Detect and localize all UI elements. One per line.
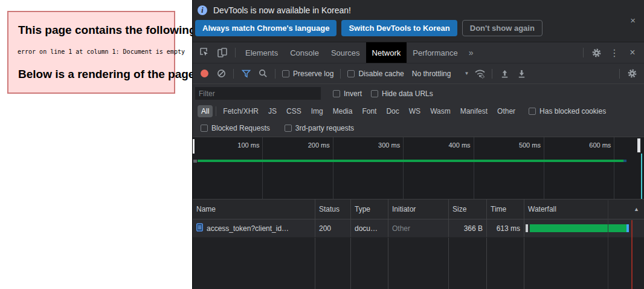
waterfall-download-bar <box>530 224 626 232</box>
tab-sources[interactable]: Sources <box>325 42 366 63</box>
checkbox-icon <box>347 70 355 77</box>
info-icon: i <box>198 5 207 15</box>
device-toolbar-icon[interactable] <box>216 47 228 59</box>
blocked-filters-row: Blocked Requests 3rd-party requests <box>193 120 644 137</box>
column-header-waterfall[interactable]: Waterfall <box>524 200 644 219</box>
overview-start-mark <box>193 160 197 163</box>
match-language-button[interactable]: Always match Chrome's language <box>195 20 336 36</box>
chip-js[interactable]: JS <box>265 105 280 117</box>
filter-input[interactable] <box>195 87 321 100</box>
throttling-select[interactable]: No throttling ▼ <box>412 70 469 78</box>
tick-label: 400 ms <box>404 137 474 199</box>
column-header-type[interactable]: Type <box>351 200 388 219</box>
error-subheading: Below is a rendering of the page up to t… <box>18 68 174 81</box>
chip-all[interactable]: All <box>198 105 213 117</box>
chip-img[interactable]: Img <box>308 105 327 117</box>
column-header-status[interactable]: Status <box>315 200 351 219</box>
divider <box>216 106 216 116</box>
document-icon <box>196 223 203 233</box>
settings-gear-icon[interactable] <box>590 47 602 59</box>
divider <box>492 69 492 79</box>
overview-right-handle[interactable] <box>637 138 640 152</box>
request-name-cell[interactable]: access_token?client_id… <box>193 219 315 237</box>
tick-label: 500 ms <box>474 137 544 199</box>
overview-request-bar-tip <box>623 160 626 162</box>
kebab-menu-icon[interactable]: ⋮ <box>608 47 620 59</box>
tick-label: 300 ms <box>333 137 404 199</box>
chip-other[interactable]: Other <box>494 105 519 117</box>
request-row[interactable]: access_token?client_id… 200 docu… Other … <box>193 219 644 238</box>
tab-performance[interactable]: Performance <box>407 42 463 63</box>
chip-manifest[interactable]: Manifest <box>457 105 491 117</box>
column-header-name[interactable]: Name <box>193 200 315 219</box>
network-overview-timeline[interactable]: 100 ms 200 ms 300 ms 400 ms 500 ms 600 m… <box>193 137 644 200</box>
request-status-cell: 200 <box>315 219 351 237</box>
clear-icon[interactable] <box>215 68 227 80</box>
tab-console[interactable]: Console <box>284 42 325 63</box>
request-initiator-cell[interactable]: Other <box>388 219 449 237</box>
requests-table-empty-area <box>193 238 644 289</box>
third-party-requests-checkbox[interactable]: 3rd-party requests <box>285 124 354 132</box>
xml-error-box: This page contains the following errors:… <box>7 11 175 94</box>
tick-label: 100 ms <box>193 137 263 199</box>
inspect-element-icon[interactable] <box>198 47 210 59</box>
filter-funnel-icon[interactable] <box>240 68 252 80</box>
blocked-requests-checkbox[interactable]: Blocked Requests <box>201 124 270 132</box>
sort-ascending-icon[interactable]: ▲ <box>634 206 639 212</box>
export-har-icon[interactable] <box>515 68 527 80</box>
close-devtools-icon[interactable]: × <box>626 47 639 59</box>
dont-show-again-button[interactable]: Don't show again <box>462 20 543 36</box>
disable-cache-checkbox[interactable]: Disable cache <box>347 70 404 78</box>
network-toolbar: Preserve log Disable cache No throttling… <box>193 63 644 84</box>
requests-table-header: Name Status Type Initiator Size Time Wat… <box>193 200 644 219</box>
tab-network[interactable]: Network <box>366 42 407 63</box>
checkbox-icon <box>282 70 289 77</box>
divider <box>619 69 620 79</box>
checkbox-icon <box>333 90 340 97</box>
tab-elements[interactable]: Elements <box>239 42 284 63</box>
record-icon[interactable] <box>201 70 208 77</box>
hide-data-urls-checkbox[interactable]: Hide data URLs <box>371 89 433 98</box>
divider <box>340 69 341 79</box>
switch-korean-button[interactable]: Switch DevTools to Korean <box>341 20 457 36</box>
column-header-initiator[interactable]: Initiator <box>388 200 449 219</box>
column-header-size[interactable]: Size <box>449 200 487 219</box>
column-header-time[interactable]: Time <box>487 200 524 219</box>
overview-left-handle[interactable] <box>193 139 195 154</box>
error-heading: This page contains the following errors: <box>18 24 174 37</box>
tick-label: 600 ms <box>544 137 614 199</box>
chip-media[interactable]: Media <box>329 105 356 117</box>
import-har-icon[interactable] <box>498 68 510 80</box>
chip-font[interactable]: Font <box>358 105 380 117</box>
infobar-message: DevTools is now available in Korean! <box>213 5 351 15</box>
dropdown-caret-icon: ▼ <box>464 71 469 76</box>
network-settings-gear-icon[interactable] <box>626 68 638 80</box>
request-type-cell: docu… <box>351 219 388 237</box>
divider <box>233 69 234 79</box>
invert-checkbox[interactable]: Invert <box>333 89 362 98</box>
preserve-log-checkbox[interactable]: Preserve log <box>282 70 333 78</box>
more-tabs-icon[interactable]: » <box>464 48 478 57</box>
resource-type-filters: All Fetch/XHR JS CSS Img Media Font Doc … <box>193 103 644 120</box>
chip-wasm[interactable]: Wasm <box>427 105 454 117</box>
overview-cyan-marker <box>641 154 642 199</box>
request-size-cell: 366 B <box>449 219 487 237</box>
chip-doc[interactable]: Doc <box>382 105 402 117</box>
divider <box>583 48 584 57</box>
network-conditions-icon[interactable] <box>474 68 486 80</box>
chip-css[interactable]: CSS <box>283 105 305 117</box>
checkbox-icon <box>285 125 292 132</box>
chip-ws[interactable]: WS <box>405 105 424 117</box>
divider <box>275 69 275 79</box>
search-icon[interactable] <box>257 68 269 80</box>
tick-label: 200 ms <box>263 137 333 199</box>
has-blocked-cookies-checkbox[interactable]: Has blocked cookies <box>529 107 606 115</box>
request-time-cell: 613 ms <box>487 219 524 237</box>
infobar-close-icon[interactable]: × <box>630 15 636 25</box>
language-infobar: i DevTools is now available in Korean! A… <box>193 0 644 42</box>
overview-request-bar <box>198 160 623 162</box>
waterfall-gridline <box>608 200 608 289</box>
checkbox-icon <box>201 125 208 132</box>
chip-fetch-xhr[interactable]: Fetch/XHR <box>219 105 262 117</box>
devtools-tabbar: Elements Console Sources Network Perform… <box>193 42 644 63</box>
